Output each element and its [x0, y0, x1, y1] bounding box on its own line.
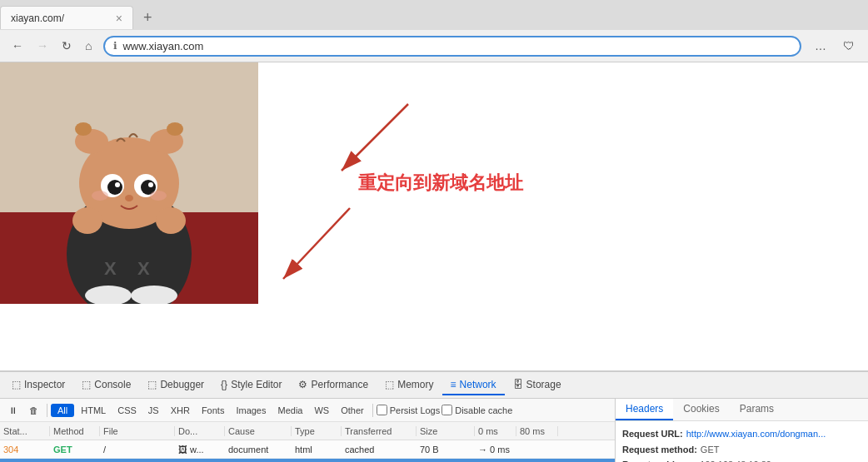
cell-cause: document	[225, 445, 292, 455]
browser-chrome: xiayan.com/ × + ← → ↻ ⌂ ℹ … 🛡	[0, 0, 868, 62]
svg-point-14	[148, 182, 153, 187]
detail-request-method: Request method: GET	[622, 442, 861, 458]
tab-title: xiayan.com/	[11, 12, 109, 24]
disable-cache-checkbox[interactable]	[441, 405, 452, 415]
details-tab-headers[interactable]: Headers	[616, 399, 673, 420]
svg-text:X: X	[104, 258, 117, 279]
svg-point-17	[150, 191, 167, 201]
clear-button[interactable]: 🗑	[24, 404, 43, 417]
col-cause: Cause	[225, 426, 292, 436]
table-row[interactable]: 304 GET / 🖼 w... document html cached 70…	[0, 440, 615, 459]
cell-file: /	[100, 445, 175, 455]
tab-memory[interactable]: ⬚ Memory	[377, 375, 441, 395]
memory-icon: ⬚	[385, 379, 394, 390]
nav-right: … 🛡	[808, 36, 861, 56]
console-icon: ⬚	[82, 379, 91, 390]
tab-style-editor[interactable]: {} Style Editor	[212, 375, 290, 395]
filter-xhr-button[interactable]: XHR	[166, 404, 195, 417]
svg-point-18	[72, 207, 102, 234]
nav-bar: ← → ↻ ⌂ ℹ … 🛡	[0, 30, 868, 62]
tab-inspector[interactable]: ⬚ Inspector	[3, 375, 73, 395]
col-size: Size	[417, 426, 475, 436]
pause-button[interactable]: ⏸	[3, 404, 22, 417]
filter-js-button[interactable]: JS	[143, 404, 164, 417]
cell-domain: 🖼 w...	[175, 445, 225, 455]
filter-fonts-button[interactable]: Fonts	[197, 404, 230, 417]
cell-transferred: cached	[342, 445, 417, 455]
tab-network[interactable]: ≡ Network	[442, 375, 505, 395]
tab-performance[interactable]: ⚙ Performance	[290, 375, 377, 395]
filter-all-button[interactable]: All	[51, 404, 74, 417]
cell-size: 70 B	[417, 445, 475, 455]
col-domain: Do...	[175, 426, 225, 436]
cartoon-image-area: X X	[0, 62, 258, 304]
request-method-label: Request method:	[622, 442, 697, 458]
col-time2: 80 ms	[516, 426, 558, 436]
col-type: Type	[292, 426, 342, 436]
filter-ws-button[interactable]: WS	[309, 404, 334, 417]
details-content: Request URL: http://www.xiayan.com/dongm…	[616, 421, 868, 462]
svg-point-13	[115, 182, 120, 187]
tab-bar: xiayan.com/ × +	[0, 0, 868, 30]
network-table: ⏸ 🗑 All HTML CSS JS XHR Fonts Images Med…	[0, 399, 615, 462]
svg-line-26	[283, 208, 350, 279]
table-row[interactable]: 304 GET dong... 🖼 w... img png cached 22…	[0, 459, 615, 462]
svg-line-25	[342, 104, 408, 171]
address-bar: ℹ	[103, 36, 801, 57]
reload-button[interactable]: ↻	[57, 36, 77, 56]
storage-icon: 🗄	[513, 379, 523, 390]
active-tab[interactable]: xiayan.com/ ×	[0, 6, 133, 29]
redirect-text: 重定向到新域名地址	[358, 171, 523, 196]
detail-remote-address: Remote address: 192.168.48.10:80	[622, 457, 861, 462]
menu-button[interactable]: …	[808, 36, 833, 56]
new-tab-button[interactable]: +	[133, 7, 162, 28]
detail-request-url: Request URL: http://www.xiayan.com/dongm…	[622, 426, 861, 442]
filter-html-button[interactable]: HTML	[76, 404, 111, 417]
col-status: Stat...	[0, 426, 50, 436]
svg-point-15	[125, 195, 133, 201]
details-tab-cookies[interactable]: Cookies	[673, 399, 729, 420]
cell-time: → 0 ms	[475, 445, 516, 455]
info-icon: ℹ	[113, 40, 117, 52]
tab-storage[interactable]: 🗄 Storage	[505, 375, 570, 395]
svg-point-7	[75, 122, 92, 136]
devtools-tab-bar: ⬚ Inspector ⬚ Console ⬚ Debugger {} Styl…	[0, 372, 868, 399]
disable-cache-label[interactable]: Disable cache	[441, 405, 512, 415]
svg-point-11	[107, 180, 122, 195]
cell-type: html	[292, 445, 342, 455]
details-tab-params[interactable]: Params	[730, 399, 784, 420]
page-content: X X 重定向到新域名地址	[0, 62, 868, 370]
svg-point-8	[167, 122, 183, 136]
filter-media-button[interactable]: Media	[272, 404, 307, 417]
persist-logs-label[interactable]: Persist Logs	[377, 405, 441, 415]
remote-address-label: Remote address:	[622, 457, 696, 462]
network-content: ⏸ 🗑 All HTML CSS JS XHR Fonts Images Med…	[0, 399, 868, 462]
network-icon: ≡	[451, 379, 456, 390]
network-toolbar: ⏸ 🗑 All HTML CSS JS XHR Fonts Images Med…	[0, 399, 615, 422]
persist-logs-checkbox[interactable]	[377, 405, 387, 415]
col-transferred: Transferred	[342, 426, 417, 436]
table-header: Stat... Method File Do... Cause Type Tra…	[0, 422, 615, 440]
home-button[interactable]: ⌂	[80, 36, 97, 56]
filter-css-button[interactable]: CSS	[112, 404, 142, 417]
back-button[interactable]: ←	[7, 36, 28, 56]
filter-images-button[interactable]: Images	[231, 404, 271, 417]
extensions-button[interactable]: 🛡	[836, 36, 861, 56]
address-input[interactable]	[122, 40, 791, 52]
tab-close-button[interactable]: ×	[116, 12, 122, 25]
cell-status: 304	[0, 445, 50, 455]
separator	[47, 404, 47, 417]
forward-button[interactable]: →	[32, 36, 53, 56]
svg-point-19	[156, 207, 186, 234]
filter-other-button[interactable]: Other	[336, 404, 369, 417]
request-method-value: GET	[701, 442, 720, 458]
svg-text:X: X	[137, 258, 150, 279]
cartoon-svg: X X	[0, 62, 258, 304]
details-panel: Headers Cookies Params Request URL: http…	[615, 399, 868, 462]
request-url-value: http://www.xiayan.com/dongman...	[686, 426, 826, 442]
inspector-icon: ⬚	[12, 379, 21, 390]
separator2	[372, 404, 373, 417]
tab-debugger[interactable]: ⬚ Debugger	[139, 375, 212, 395]
col-time1: 0 ms	[475, 426, 516, 436]
tab-console[interactable]: ⬚ Console	[73, 375, 139, 395]
